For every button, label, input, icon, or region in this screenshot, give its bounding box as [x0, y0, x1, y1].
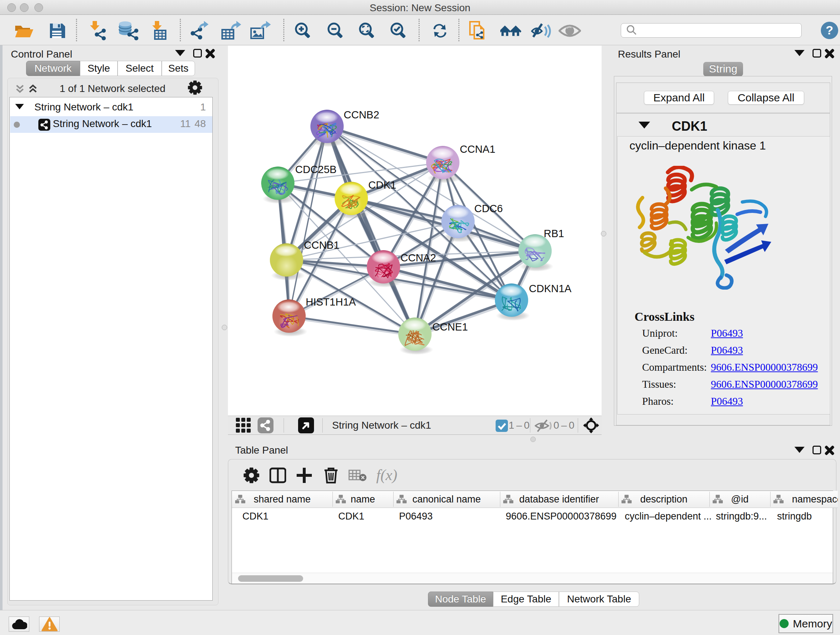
svg-text:CDKN1A: CDKN1A: [529, 283, 572, 295]
svg-text:CCNA2: CCNA2: [401, 252, 436, 264]
svg-text:CCNB2: CCNB2: [344, 109, 379, 120]
svg-text:CDK1: CDK1: [368, 179, 396, 191]
svg-text:?: ?: [826, 23, 834, 37]
svg-text:RB1: RB1: [544, 228, 564, 239]
svg-text:HIST1H1A: HIST1H1A: [306, 296, 356, 308]
svg-text:CDC25B: CDC25B: [295, 164, 336, 175]
svg-text:CCNE1: CCNE1: [432, 321, 468, 333]
svg-text:CDC6: CDC6: [474, 203, 503, 214]
svg-text:CCNB1: CCNB1: [304, 239, 339, 251]
svg-text:CCNA1: CCNA1: [460, 143, 495, 155]
